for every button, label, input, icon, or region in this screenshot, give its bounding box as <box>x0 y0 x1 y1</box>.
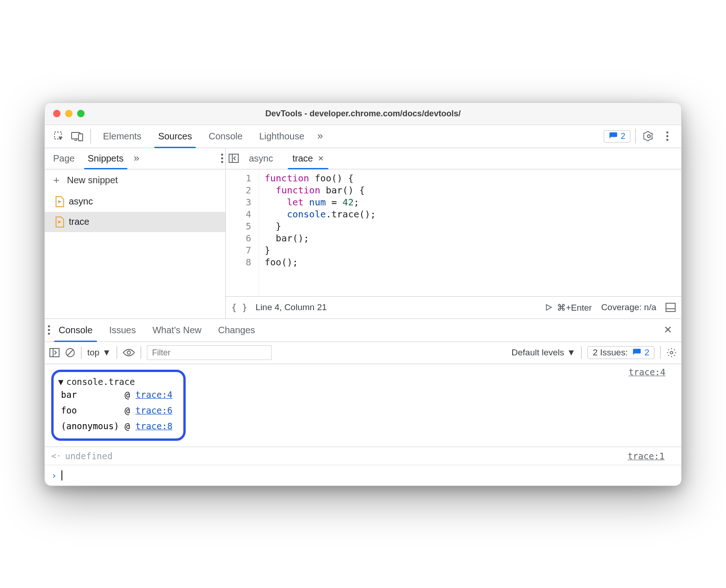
issues-icon <box>632 348 641 357</box>
console-prompt[interactable]: › <box>45 465 681 486</box>
stack-frame-row: (anonymous) @ trace:8 <box>58 418 175 434</box>
line-number: 5 <box>226 220 251 232</box>
tab-sources[interactable]: Sources <box>151 125 199 148</box>
tab-console[interactable]: Console <box>201 125 250 148</box>
traffic-lights <box>53 110 85 117</box>
toggle-sidebar-icon[interactable] <box>666 303 676 312</box>
maximize-window-button[interactable] <box>77 110 85 117</box>
console-filter-input[interactable] <box>147 345 272 360</box>
console-settings-icon[interactable] <box>666 348 677 358</box>
svg-point-9 <box>221 161 224 163</box>
svg-point-22 <box>670 351 673 354</box>
issues-badge[interactable]: 2 <box>604 130 630 143</box>
return-value: undefined <box>65 451 113 461</box>
code-area[interactable]: 1 2 3 4 5 6 7 8 function foo() { functio… <box>226 169 681 296</box>
disclosure-triangle-icon[interactable]: ▼ <box>58 377 63 387</box>
text-caret <box>61 470 62 480</box>
trace-header[interactable]: ▼ console.trace <box>58 377 175 387</box>
close-drawer-icon[interactable]: ✕ <box>657 324 678 336</box>
more-menu-icon[interactable] <box>659 128 676 144</box>
log-levels-select[interactable]: Default levels ▼ <box>512 348 576 358</box>
snippet-item-trace[interactable]: trace <box>45 212 225 232</box>
minimize-window-button[interactable] <box>65 110 73 117</box>
snippet-label: trace <box>69 216 89 227</box>
cursor-position: Line 4, Column 21 <box>255 302 327 312</box>
issues-label: 2 Issues: <box>593 348 628 358</box>
drawer-tab-console[interactable]: Console <box>50 319 101 342</box>
svg-line-20 <box>67 350 73 355</box>
issues-count: 2 <box>621 132 625 141</box>
coverage-label: Coverage: n/a <box>601 302 656 312</box>
message-source-link[interactable]: trace:4 <box>629 367 674 444</box>
separator <box>635 129 636 144</box>
tab-lighthouse[interactable]: Lighthouse <box>252 125 312 148</box>
line-number: 1 <box>226 172 251 184</box>
separator <box>581 346 582 359</box>
run-shortcut: ⌘+Enter <box>557 302 592 313</box>
toggle-console-sidebar-icon[interactable] <box>49 348 60 357</box>
navigator-tab-snippets[interactable]: Snippets <box>81 148 130 169</box>
svg-point-5 <box>666 135 669 138</box>
titlebar: DevTools - developer.chrome.com/docs/dev… <box>45 103 681 125</box>
stack-frame-row: bar @ trace:4 <box>58 387 175 402</box>
at-symbol: @ <box>122 387 133 402</box>
run-snippet-button[interactable]: ⌘+Enter <box>545 302 592 313</box>
drawer-tab-whatsnew[interactable]: What's New <box>144 319 210 342</box>
toggle-navigator-icon[interactable] <box>229 154 239 163</box>
frame-function: foo <box>58 402 122 418</box>
drawer-tab-issues[interactable]: Issues <box>101 319 144 342</box>
window-title: DevTools - developer.chrome.com/docs/dev… <box>45 109 681 119</box>
drawer-tab-bar: Console Issues What's New Changes ✕ <box>45 319 681 342</box>
at-symbol: @ <box>122 418 133 434</box>
frame-function: bar <box>58 387 122 402</box>
at-symbol: @ <box>122 402 133 418</box>
live-expression-icon[interactable] <box>123 348 135 357</box>
code-text[interactable]: function foo() { function bar() { let nu… <box>259 169 381 296</box>
settings-icon[interactable] <box>641 128 657 144</box>
drawer-tab-changes[interactable]: Changes <box>210 319 263 342</box>
trace-highlight-box: ▼ console.trace bar @ trace:4 foo @ trac… <box>51 370 186 441</box>
editor-tab-label: async <box>249 153 273 164</box>
frame-source-link[interactable]: trace:4 <box>135 390 172 400</box>
pretty-print-icon[interactable]: { } <box>231 302 247 312</box>
frame-source-link[interactable]: trace:8 <box>135 421 172 431</box>
svg-point-15 <box>48 329 50 331</box>
message-source-link[interactable]: trace:1 <box>628 451 673 461</box>
line-number: 6 <box>226 232 251 244</box>
snippet-list: async trace <box>45 192 225 232</box>
clear-console-icon[interactable] <box>65 348 75 358</box>
svg-point-14 <box>48 325 50 328</box>
snippet-item-async[interactable]: async <box>45 192 225 212</box>
editor-tab-bar: async trace ✕ <box>226 148 681 169</box>
close-window-button[interactable] <box>53 110 60 117</box>
device-toolbar-icon[interactable] <box>69 128 85 144</box>
navigator-tabs: Page Snippets » <box>45 148 225 169</box>
execution-context-select[interactable]: top ▼ <box>87 348 111 358</box>
svg-point-8 <box>221 157 224 160</box>
stack-trace-table: bar @ trace:4 foo @ trace:6 (anonymous) … <box>58 387 175 434</box>
svg-rect-12 <box>666 303 675 312</box>
editor-tab-async[interactable]: async <box>240 148 282 169</box>
console-toolbar: top ▼ Default levels ▼ 2 Issues: 2 <box>45 342 681 364</box>
navigator-sidebar: Page Snippets » ＋ New snippet async <box>45 148 226 318</box>
tab-elements[interactable]: Elements <box>96 125 149 148</box>
inspect-element-icon[interactable] <box>50 128 67 144</box>
snippet-icon <box>55 216 64 228</box>
svg-rect-17 <box>50 348 59 357</box>
new-snippet-label: New snippet <box>67 175 118 186</box>
line-number: 2 <box>226 184 251 196</box>
separator <box>116 346 117 359</box>
close-tab-icon[interactable]: ✕ <box>318 154 324 163</box>
line-number: 3 <box>226 196 251 208</box>
navigator-tab-page[interactable]: Page <box>47 148 81 169</box>
devtools-window: DevTools - developer.chrome.com/docs/dev… <box>44 102 682 486</box>
new-snippet-button[interactable]: ＋ New snippet <box>45 169 225 192</box>
more-tabs-icon[interactable]: » <box>314 130 327 142</box>
console-issues-button[interactable]: 2 Issues: 2 <box>587 346 654 359</box>
frame-source-link[interactable]: trace:6 <box>135 405 172 415</box>
navigator-more-icon[interactable]: » <box>130 152 143 164</box>
line-number: 7 <box>226 244 251 256</box>
navigator-menu-icon[interactable] <box>221 153 224 163</box>
frame-function: (anonymous) <box>58 418 122 434</box>
editor-tab-trace[interactable]: trace ✕ <box>283 148 333 169</box>
